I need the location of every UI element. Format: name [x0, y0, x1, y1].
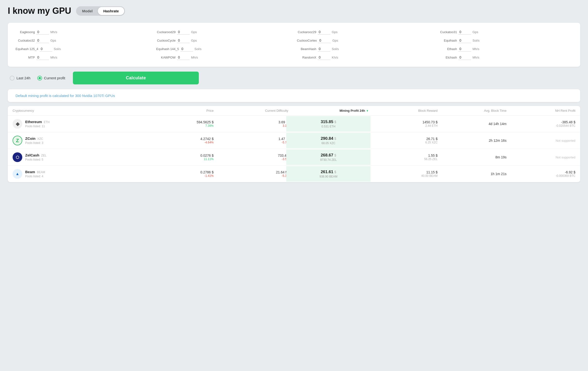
price-value: 0.0276 $	[156, 154, 214, 157]
coin-cell: Z ZCoin XZC Pools listed: 3	[13, 136, 156, 145]
nh-not-supported: Not supported	[506, 156, 575, 159]
profit-sub: 9730.74 ZEL	[288, 158, 368, 161]
hashrate-label: Equihash 125_4	[15, 47, 38, 51]
hashrate-label: KAWPOW	[156, 56, 176, 59]
hashrate-field-eaglesong: Eaglesong Mh/s	[15, 30, 150, 35]
hashrate-input-3[interactable]	[458, 30, 471, 35]
hashrate-input-2[interactable]	[318, 30, 330, 35]
coin-icon-zel: ⬡	[13, 152, 22, 162]
hashrate-field-ethash: Ethash Mh/s	[438, 46, 573, 51]
coin-cell: ⬡ ZelCash ZEL Pools listed: 5	[13, 152, 156, 162]
coin-icon-xzc: Z	[13, 136, 22, 145]
page-header: I know my GPU Model Hashrate	[8, 6, 580, 16]
profit-dollar: $	[335, 137, 336, 140]
table-row: ⬡ ZelCash ZEL Pools listed: 5 0.0276 $ 1…	[8, 149, 580, 166]
hashrate-label: RandomX	[297, 56, 316, 59]
profit-dollar: $	[335, 170, 336, 174]
profit-cell: 290.84 $ 68.05 XZC	[286, 133, 370, 148]
profit-main-row: 290.84 $	[288, 136, 368, 141]
hashrate-field-cuckoocycle: CuckooCycle Gps	[156, 38, 291, 43]
difficulty-value: 1.47 K	[214, 137, 288, 141]
profit-sub: 68.05 XZC	[288, 141, 368, 145]
difficulty-cell: 3.69 P 3.15	[214, 120, 288, 128]
coin-info: Ethereum ETH Pools listed: 11	[25, 120, 50, 128]
profit-cell: 268.67 $ 9730.74 ZEL	[286, 150, 370, 165]
hashrate-unit: Mh/s	[191, 56, 198, 59]
difficulty-value: 3.69 P	[214, 120, 288, 124]
coin-pools: Pools listed: 3	[25, 141, 43, 145]
block-time-cell: 2h 12m 16s	[438, 139, 507, 142]
block-time-cell: 4d 14h 14m	[438, 122, 507, 126]
hashrate-unit: Gps	[332, 30, 338, 34]
hashrate-label: BeamHash	[297, 47, 316, 51]
profit-main: 290.84	[321, 136, 333, 141]
block-reward-cell: 1.55 $ 56.25 ZEL	[368, 154, 438, 161]
hashrate-unit: Kh/s	[332, 56, 338, 59]
radio-group: Last 24h Current profit	[10, 76, 65, 80]
hashrate-grid: Eaglesong Mh/s Cuckarood29 Gps Cuckarooz…	[15, 30, 573, 60]
coin-cell: ◆ Ethereum ETH Pools listed: 11	[13, 119, 156, 129]
info-banner-text: Default mining profit is calculated for …	[15, 94, 573, 98]
hashrate-label: Ethash	[438, 47, 457, 51]
coin-cell: ▲ Beam BEAM Pools listed: 4	[13, 169, 156, 179]
hashrate-input-0[interactable]	[36, 30, 49, 35]
price-cell: 0.0276 $ 11.11%	[156, 154, 214, 161]
hashrate-field-randomx: RandomX Kh/s	[297, 55, 432, 60]
coin-info: ZelCash ZEL Pools listed: 5	[25, 153, 46, 161]
nh-rent-cell: -6.92 $ -0.000369 BTC	[506, 170, 575, 178]
coin-info: Beam BEAM Pools listed: 4	[25, 170, 45, 178]
hashrate-input-15[interactable]	[458, 55, 471, 60]
price-change: 7.39%	[156, 124, 214, 128]
hashrate-input-1[interactable]	[177, 30, 190, 35]
hashrate-toggle-button[interactable]: Hashrate	[98, 7, 124, 15]
hashrate-input-12[interactable]	[36, 55, 49, 60]
hashrate-label: Cuckarood29	[156, 30, 176, 34]
hashrate-input-5[interactable]	[177, 38, 190, 43]
app-title: I know my GPU	[8, 6, 71, 16]
hashrate-input-11[interactable]	[458, 46, 471, 51]
hashrate-input-4[interactable]	[36, 38, 49, 43]
hashrate-field-etchash: Etchash Mh/s	[438, 55, 573, 60]
hashrate-input-14[interactable]	[318, 55, 330, 60]
hashrate-field-mtp: MTP Mh/s	[15, 55, 150, 60]
hashrate-unit: Mh/s	[472, 47, 479, 51]
price-cell: 4.2742 $ -4.64%	[156, 137, 214, 144]
coin-name: Beam	[25, 170, 35, 174]
hashrate-input-8[interactable]	[40, 46, 52, 51]
hashrate-input-13[interactable]	[177, 55, 190, 60]
block-time-cell: 1h 1m 21s	[438, 172, 507, 176]
hashrate-input-9[interactable]	[180, 46, 193, 51]
difficulty-value: 21.64 M	[214, 170, 288, 174]
hashrate-label: CuckooCortex	[297, 39, 317, 42]
difficulty-cell: 733.44 -3.56	[214, 154, 288, 161]
coin-icon-beam: ▲	[13, 169, 22, 179]
table-row: Z ZCoin XZC Pools listed: 3 4.2742 $ -4.…	[8, 132, 580, 149]
coin-ticker: ZEL	[41, 154, 46, 157]
nh-rent-cell: -385.48 $ -0.020544 BTC	[506, 120, 575, 128]
table-row: ▲ Beam BEAM Pools listed: 4 0.2786 $ -1.…	[8, 166, 580, 182]
calculate-button[interactable]: Calculate	[73, 71, 199, 84]
th-nh-rent: NH Rent Profit	[506, 109, 575, 112]
radio-last24h[interactable]: Last 24h	[10, 76, 31, 80]
hashrate-unit: Gps	[50, 39, 56, 42]
price-change: -4.64%	[156, 141, 214, 144]
hashrate-input-10[interactable]	[318, 46, 330, 51]
coin-pools: Pools listed: 11	[25, 125, 50, 128]
hashrate-unit: Gps	[191, 30, 197, 34]
nh-rent-value: -385.48 $	[506, 120, 575, 124]
coin-name-row: ZCoin XZC	[25, 136, 43, 141]
hashrate-label: Cuckarooz29	[297, 30, 316, 34]
difficulty-change: -5.32	[214, 174, 288, 178]
model-toggle-button[interactable]: Model	[77, 7, 98, 15]
hashrate-unit: Sol/s	[54, 47, 61, 51]
hashrate-unit: Sol/s	[472, 39, 480, 42]
hashrate-label: MTP	[15, 56, 35, 59]
radio-current[interactable]: Current profit	[37, 76, 65, 80]
th-profit[interactable]: Mining Profit 24h ▼	[288, 109, 368, 112]
coin-name-row: ZelCash ZEL	[25, 153, 46, 157]
hashrate-input-7[interactable]	[458, 38, 471, 43]
price-value: 0.2786 $	[156, 170, 214, 174]
hashrate-input-6[interactable]	[318, 38, 331, 43]
hashrate-field-cuckatoo32: Cuckatoo32 Gps	[15, 38, 150, 43]
coin-ticker: XZC	[37, 137, 43, 140]
